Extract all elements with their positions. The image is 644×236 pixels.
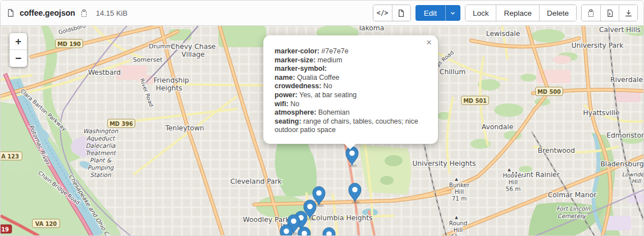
document-icon: [397, 9, 405, 17]
marker-popup: × marker-color#7e7e7e marker-sizemedium …: [263, 35, 438, 144]
map-label: Village: [181, 51, 204, 58]
popup-property: atmosphereBohemian: [275, 108, 424, 117]
map-label: ▲: [455, 215, 458, 220]
open-raw-button[interactable]: [600, 5, 619, 21]
map-label: Dalecarlia: [85, 142, 116, 149]
map-label: Columbia Heights: [311, 214, 372, 222]
view-toggle-group: </>: [373, 4, 411, 21]
file-icon: [6, 8, 15, 17]
replace-button[interactable]: Replace: [496, 5, 539, 21]
delete-button[interactable]: Delete: [539, 5, 576, 21]
download-icon: [624, 9, 633, 17]
route-shield: MD 500: [536, 87, 563, 96]
edit-dropdown-button[interactable]: [445, 5, 460, 21]
map-label: Aqueduct: [86, 135, 116, 142]
map-label: Lowndes: [622, 171, 643, 178]
download-button[interactable]: [619, 5, 637, 21]
map-label: Calvert Hills: [599, 26, 641, 34]
copy-contents-button[interactable]: [582, 5, 600, 21]
map-label: Fort Lincoln: [556, 205, 590, 212]
map-label: Edmonston: [606, 131, 643, 139]
utility-icon-group: [581, 4, 638, 21]
map-label: 56 m: [506, 185, 520, 192]
svg-text:MD 500: MD 500: [537, 89, 561, 95]
map-label: Friendship: [153, 76, 189, 84]
map-label: Tenleytown: [165, 124, 204, 132]
file-name: coffee.geojson: [20, 8, 75, 17]
map-label: Hill: [455, 188, 464, 195]
svg-text:MD 190: MD 190: [57, 41, 81, 47]
map-label: Lewisdale: [486, 30, 520, 38]
chevron-down-icon: [450, 10, 456, 16]
popup-property: marker-sizemedium: [275, 56, 424, 65]
map-label: ▲: [455, 176, 458, 181]
raw-file-icon: [606, 9, 614, 17]
map-label: Heights: [156, 84, 182, 92]
map-label: Bladensburg: [600, 160, 643, 168]
svg-text:A 123: A 123: [1, 153, 19, 160]
map-label: Colmar Manor: [548, 191, 597, 199]
map-label: Hill: [632, 178, 641, 184]
map-label: Takoma: [358, 26, 385, 32]
svg-text:MD 396: MD 396: [109, 121, 133, 127]
edit-split-button: Edit: [415, 5, 460, 21]
map-label: University Heights: [413, 160, 476, 167]
map-label: 61 m: [451, 233, 465, 236]
map-label: Hill: [454, 226, 463, 233]
zoom-out-button[interactable]: −: [10, 50, 27, 67]
popup-property: seatingrange of chairs, tables, couches;…: [275, 117, 424, 135]
display-rendered-button[interactable]: [392, 5, 410, 21]
svg-text:19: 19: [1, 226, 9, 233]
file-size: 14.15 KiB: [96, 9, 127, 17]
map-label: Riverdale: [610, 76, 643, 84]
map-canvas[interactable]: MD 190MD 396MD 500MD 501A 123VA 12019 Ta…: [1, 26, 643, 236]
map-label: Washington: [83, 128, 118, 135]
map-label: Hill: [509, 179, 518, 185]
route-shield: MD 190: [56, 39, 83, 48]
map-label: Chevy Chase: [171, 43, 216, 51]
route-shield: VA 120: [33, 219, 60, 228]
map-label: Cleveland Park: [230, 178, 282, 185]
map-label: ▲: [508, 167, 511, 172]
svg-text:MD 501: MD 501: [463, 98, 487, 104]
popup-property: marker-symbol: [275, 65, 424, 74]
edit-button[interactable]: Edit: [415, 5, 445, 21]
map-marker-pin[interactable]: [280, 225, 293, 236]
svg-text:VA 120: VA 120: [35, 221, 57, 227]
route-shield: MD 396: [108, 119, 135, 128]
map-label: Westbard: [88, 69, 121, 76]
map-label: Bunker: [449, 181, 470, 188]
map-label: Treatment: [85, 149, 117, 156]
popup-close-icon[interactable]: ×: [426, 38, 432, 47]
file-meta: coffee.geojson 14.15 KiB: [6, 8, 127, 17]
map-label: Cemetery: [558, 212, 587, 220]
route-shield: A 123: [1, 152, 22, 160]
map-label: 71 m: [452, 195, 467, 202]
header-actions: </> Edit Lock Replace Delete: [373, 4, 638, 21]
popup-property: powerYes, at bar seating: [275, 91, 424, 100]
popup-property: crowdednessNo: [275, 82, 424, 91]
code-view-icon: </>: [377, 9, 389, 17]
map-label: Somerset: [133, 56, 163, 63]
popup-property: marker-color#7e7e7e: [275, 47, 424, 56]
popup-property: wifiNo: [275, 100, 424, 109]
map-label: Chillum: [440, 68, 465, 76]
zoom-in-button[interactable]: +: [10, 33, 27, 50]
map-label: University Park: [572, 42, 624, 49]
popup-property: nameQualia Coffee: [275, 74, 424, 83]
copy-file-path-icon[interactable]: [80, 9, 88, 17]
lock-button[interactable]: Lock: [465, 5, 496, 21]
geojson-file-viewer: coffee.geojson 14.15 KiB </> Edit: [0, 0, 644, 236]
file-action-group: Lock Replace Delete: [465, 4, 577, 21]
map-label: Avondale: [482, 123, 514, 131]
file-header: coffee.geojson 14.15 KiB </> Edit: [1, 1, 643, 26]
route-shield: 19: [1, 225, 12, 233]
map-label: Pumping: [88, 164, 115, 171]
display-source-button[interactable]: </>: [373, 5, 392, 21]
map-label: Round: [449, 220, 468, 226]
map-label: Hyattsville: [583, 109, 619, 117]
copy-contents-icon: [587, 9, 595, 17]
map-label: Brentwood: [538, 147, 575, 155]
map-label: Plant &: [90, 157, 112, 164]
map-label: Hoover: [503, 172, 524, 179]
